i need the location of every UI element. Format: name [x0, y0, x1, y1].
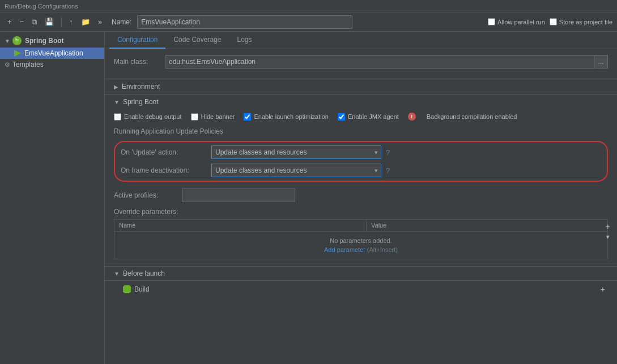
enable-launch-optimization-label[interactable]: Enable launch optimization — [244, 113, 328, 121]
before-launch-label: Before launch — [123, 269, 165, 277]
enable-jmx-agent-checkbox[interactable] — [338, 113, 345, 121]
background-compilation-label: Background compilation enabled — [427, 113, 517, 120]
scroll-down-params-button[interactable]: ▾ — [603, 233, 612, 241]
enable-jmx-agent-label[interactable]: Enable JMX agent — [338, 113, 399, 121]
enable-launch-optimization-checkbox[interactable] — [244, 113, 251, 121]
table-action-buttons: + ▾ — [603, 219, 612, 243]
title-bar: Run/Debug Configurations — [0, 0, 617, 12]
templates-icon: ⚙ — [5, 61, 10, 68]
add-param-link[interactable]: Add parameter — [324, 246, 365, 253]
override-parameters-section: Override parameters: Name Value No param… — [105, 205, 617, 262]
tabs: Configuration Code Coverage Logs — [105, 32, 617, 49]
sidebar-item-templates[interactable]: ⚙ Templates — [0, 59, 104, 70]
store-as-project-file-checkbox[interactable] — [550, 18, 557, 25]
params-value-col: Value — [367, 220, 608, 232]
before-launch-header[interactable]: ▼ Before launch — [105, 267, 617, 280]
new-config-button[interactable]: + — [5, 16, 15, 28]
copy-config-button[interactable]: ⧉ — [29, 16, 40, 28]
on-update-select[interactable]: Update classes and resources Update clas… — [211, 145, 381, 159]
content-area: Configuration Code Coverage Logs Main cl… — [105, 32, 617, 364]
tab-configuration[interactable]: Configuration — [109, 32, 165, 49]
on-update-label: On 'Update' action: — [121, 148, 211, 156]
on-frame-label: On frame deactivation: — [121, 166, 211, 174]
build-label: Build — [134, 285, 150, 293]
name-label: Name: — [112, 18, 131, 26]
hide-banner-label[interactable]: Hide banner — [191, 113, 235, 121]
main-class-input[interactable] — [165, 55, 594, 68]
params-name-col: Name — [114, 220, 367, 232]
templates-label: Templates — [12, 61, 44, 68]
sidebar-item-emsvue[interactable]: EmsVueApplication — [0, 48, 104, 59]
tab-logs[interactable]: Logs — [229, 32, 259, 49]
main-class-section: Main class: … — [105, 49, 617, 79]
spring-boot-config-section: ▼ Spring Boot Enable debug output Hide b… — [105, 94, 617, 185]
remove-config-button[interactable]: − — [17, 16, 27, 28]
tab-code-coverage[interactable]: Code Coverage — [165, 32, 229, 49]
environment-arrow-icon: ▶ — [114, 84, 118, 90]
params-table: Name Value No parameters added. Add — [114, 219, 608, 259]
main-class-row: Main class: … — [114, 55, 608, 68]
spring-boot-group-icon: ▼ — [5, 38, 10, 44]
override-parameters-title: Override parameters: — [114, 208, 608, 216]
highlight-oval: On 'Update' action: Update classes and r… — [114, 141, 608, 182]
build-item: Build + — [105, 280, 617, 298]
policies-title: Running Application Update Policies — [114, 127, 608, 135]
enable-debug-output-checkbox[interactable] — [114, 113, 121, 121]
allow-parallel-run-checkbox[interactable] — [488, 18, 495, 25]
name-input[interactable] — [137, 15, 352, 29]
add-before-launch-button[interactable]: + — [598, 283, 608, 296]
no-params-text: No parameters added. — [330, 237, 392, 244]
on-frame-row: On frame deactivation: Update classes an… — [121, 164, 601, 177]
spring-boot-group-label: Spring Boot — [25, 37, 64, 45]
on-update-help-icon[interactable]: ? — [386, 148, 390, 157]
environment-section-header[interactable]: ▶ Environment — [105, 79, 617, 94]
spring-boot-section-label: Spring Boot — [123, 98, 159, 106]
spring-boot-section-header[interactable]: ▼ Spring Boot — [105, 94, 617, 109]
sidebar: ▼ 🍃 Spring Boot EmsVueApplication ⚙ Temp… — [0, 32, 105, 364]
enable-debug-output-label[interactable]: Enable debug output — [114, 113, 182, 121]
before-launch-arrow-icon: ▼ — [114, 271, 120, 277]
on-update-row: On 'Update' action: Update classes and r… — [121, 145, 601, 159]
move-into-folder-button[interactable]: 📁 — [78, 16, 93, 28]
no-params-row: No parameters added. — [114, 232, 608, 246]
add-param-button[interactable]: + — [603, 221, 612, 232]
toolbar-right: Allow parallel run Store as project file — [488, 18, 612, 25]
on-frame-select-wrapper: Update classes and resources Update clas… — [211, 164, 381, 177]
active-profiles-row: Active profiles: — [105, 185, 617, 205]
on-frame-help-icon[interactable]: ? — [386, 166, 390, 175]
spring-boot-checkboxes: Enable debug output Hide banner Enable l… — [105, 109, 617, 124]
error-badge: ! — [408, 113, 416, 121]
add-param-shortcut: (Alt+Insert) — [367, 246, 398, 253]
on-update-select-wrapper: Update classes and resources Update clas… — [211, 145, 381, 159]
spring-boot-group[interactable]: ▼ 🍃 Spring Boot — [0, 34, 104, 48]
run-config-icon — [14, 49, 22, 57]
on-frame-select[interactable]: Update classes and resources Update clas… — [211, 164, 381, 177]
hide-banner-checkbox[interactable] — [191, 113, 198, 121]
spring-boot-arrow-icon: ▼ — [114, 99, 120, 105]
params-table-container: Name Value No parameters added. Add — [114, 219, 608, 259]
active-profiles-label: Active profiles: — [114, 191, 182, 199]
sidebar-item-emsvue-label: EmsVueApplication — [24, 49, 83, 57]
build-icon — [123, 285, 131, 293]
environment-label: Environment — [122, 83, 160, 91]
policies-section: Running Application Update Policies On '… — [105, 124, 617, 185]
active-profiles-input[interactable] — [182, 189, 295, 202]
main-class-label: Main class: — [114, 58, 165, 66]
save-config-button[interactable]: 💾 — [42, 16, 57, 28]
params-table-header: Name Value — [114, 220, 608, 232]
toolbar-separator — [61, 17, 62, 27]
add-param-row: Add parameter (Alt+Insert) — [114, 245, 608, 259]
before-launch-section: ▼ Before launch Build + — [105, 266, 617, 298]
move-up-button[interactable]: ↑ — [66, 16, 76, 28]
main-class-browse-button[interactable]: … — [594, 55, 608, 68]
more-button[interactable]: » — [95, 16, 105, 28]
main-layout: ▼ 🍃 Spring Boot EmsVueApplication ⚙ Temp… — [0, 32, 617, 364]
spring-boot-icon: 🍃 — [12, 36, 22, 45]
store-as-project-file-label[interactable]: Store as project file — [550, 18, 612, 25]
toolbar: + − ⧉ 💾 ↑ 📁 » Name: Allow parallel run S… — [0, 12, 617, 32]
title-label: Run/Debug Configurations — [5, 3, 78, 10]
allow-parallel-run-label[interactable]: Allow parallel run — [488, 18, 545, 25]
